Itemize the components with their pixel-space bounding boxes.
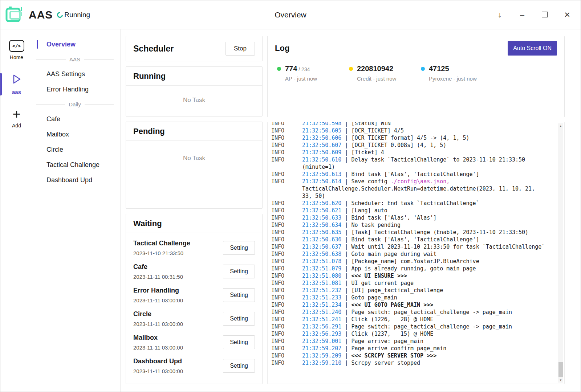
stat-value: 220810942 (357, 65, 396, 73)
waiting-card: Waiting Tactical Challenge2023-11-10 21:… (126, 214, 263, 384)
sidebar-item-overview[interactable]: Overview (33, 37, 120, 52)
task-next-run: 2023-11-10 21:33:50 (133, 250, 190, 256)
task-setting-button[interactable]: Setting (223, 312, 255, 326)
log-lines: INFO21:32:50.598 | [Status] WININFO21:32… (271, 122, 552, 367)
scroll-down-arrow-icon[interactable]: ▼ (558, 377, 563, 383)
log-level: INFO (271, 330, 302, 338)
task-next-run: 2023-11-11 03:00:00 (133, 321, 183, 327)
log-level: INFO (271, 178, 302, 200)
log-message-part: Wait until 2023-11-10 21:33:50 for task … (351, 244, 545, 250)
scheduler-card: Scheduler Stop (126, 36, 263, 61)
log-stat: 47125Pyroxene - just now (421, 65, 493, 82)
waiting-task-row: Cafe2023-11-11 00:31:50Setting (133, 260, 255, 283)
scrollbar-thumb[interactable] (558, 362, 563, 377)
log-message-part: [UI] page_tactical_challenge (351, 287, 443, 294)
log-timestamp: 21:32:50.633 (302, 215, 341, 221)
log-line: INFO21:32:50.635 | [Task] TacticalChalle… (271, 229, 552, 236)
log-message: 21:32:50.635 | [Task] TacticalChallenge … (302, 229, 548, 236)
stat-caption: Pyroxene - just now (429, 75, 477, 82)
log-scrollbar[interactable]: ▲ ▼ (558, 123, 563, 383)
log-message: 21:32:50.614 | Save config ./config\aas.… (302, 178, 548, 200)
task-setting-button[interactable]: Setting (223, 241, 255, 255)
log-message-part: Save config (351, 178, 390, 185)
log-message-part: UI get current page (351, 280, 414, 286)
nav-list: OverviewAASAAS SettingsError HandlingDai… (33, 37, 120, 188)
log-message-part: Page arrive: page_main (351, 338, 423, 344)
plus-icon: + (12, 108, 20, 120)
log-message: 21:32:51.078 | [Package_name] com.Yostar… (302, 258, 548, 265)
log-message-part: Page arrive confirm page_main (351, 345, 446, 352)
log-message: 21:32:50.633 | Bind task ['Alas', 'Alas'… (302, 214, 548, 221)
log-line: INFO21:32:51.079 | App is already runnin… (271, 265, 552, 272)
log-message-part: Bind task ['Alas', 'Alas'] (351, 215, 436, 221)
scheduler-stop-button[interactable]: Stop (226, 42, 255, 56)
update-icon[interactable]: ↓ (495, 11, 504, 19)
resource-stats: 774 / 234AP - just now220810942Credit - … (268, 60, 564, 82)
log-timestamp: 21:32:51.234 (302, 302, 341, 308)
stat-caption: AP - just now (285, 75, 317, 82)
sidebar-item-mailbox[interactable]: Mailbox (33, 127, 120, 142)
rail-item-add[interactable]: + Add (0, 106, 33, 131)
log-line: INFO21:32:50.620 | Scheduler: End task `… (271, 200, 552, 207)
app-body: </> Home aas + Add OverviewAASAAS Settin… (0, 29, 581, 392)
log-level: INFO (271, 294, 302, 301)
log-message-part: [Task] TacticalChallenge (Enable, 2023-1… (351, 229, 528, 236)
rail-add-label: Add (12, 123, 21, 128)
log-timestamp: 21:32:51.241 (302, 316, 341, 323)
log-message-part: ./config\aas.json, (391, 178, 450, 185)
sidebar-item-tactical-challenge[interactable]: Tactical Challenge (33, 157, 120, 172)
log-level: INFO (271, 236, 302, 243)
waiting-task-row: Mailbox2023-11-11 03:00:00Setting (133, 330, 255, 354)
maximize-icon[interactable] (540, 11, 549, 19)
task-info: Mailbox2023-11-11 03:00:00 (133, 334, 183, 351)
log-level: INFO (271, 127, 302, 134)
task-setting-button[interactable]: Setting (223, 288, 255, 302)
log-message: 21:32:51.079 | App is already running, g… (302, 265, 548, 272)
scheduler-title: Scheduler (133, 44, 174, 54)
nav-section-label: Daily (69, 101, 81, 107)
waiting-task-row: Dashboard Upd2023-11-11 03:00:00Setting (133, 354, 255, 377)
log-line: INFO21:32:51.234 | <<< UI GOTO PAGE_MAIN… (271, 301, 552, 309)
log-line: INFO21:32:51.240 | Page switch: page_tac… (271, 309, 552, 316)
sidebar-item-error-handling[interactable]: Error Handling (33, 82, 120, 97)
running-title: Running (133, 72, 166, 81)
log-message: 21:32:50.598 | [Status] WIN (302, 122, 548, 127)
log-level: INFO (271, 338, 302, 345)
sidebar-item-circle[interactable]: Circle (33, 142, 120, 157)
log-level: INFO (271, 149, 302, 156)
log-view[interactable]: INFO21:32:50.598 | [Status] WININFO21:32… (267, 122, 565, 384)
task-setting-button[interactable]: Setting (223, 335, 255, 349)
task-setting-button[interactable]: Setting (223, 265, 255, 278)
log-message: 21:32:50.613 | Bind task ['Alas', 'Tacti… (302, 171, 548, 178)
log-line: INFO21:32:50.633 | Bind task ['Alas', 'A… (271, 214, 552, 221)
pending-card-header: Pending (126, 122, 262, 141)
log-line: INFO21:32:51.232 | [UI] page_tactical_ch… (271, 287, 552, 294)
log-message: 21:32:51.232 | [UI] page_tactical_challe… (302, 287, 548, 294)
sidebar-item-dashboard-upd[interactable]: Dashboard Upd (33, 172, 120, 188)
log-message-part: <<< UI GOTO PAGE_MAIN >>> (351, 302, 433, 308)
log-line: INFO21:32:50.634 | No task pending (271, 221, 552, 229)
task-setting-button[interactable]: Setting (223, 359, 255, 373)
rail-item-aas[interactable]: aas (0, 71, 33, 98)
task-name: Dashboard Upd (133, 358, 183, 365)
scroll-up-arrow-icon[interactable]: ▲ (558, 123, 563, 128)
rail-item-home[interactable]: </> Home (0, 37, 33, 63)
sidebar-item-cafe[interactable]: Cafe (33, 111, 120, 127)
divider-line (36, 59, 66, 60)
close-icon[interactable]: ✕ (562, 11, 572, 19)
log-timestamp: 21:32:50.605 (302, 127, 341, 134)
sidebar-item-aas-settings[interactable]: AAS Settings (33, 66, 120, 82)
log-level: INFO (271, 258, 302, 265)
log-level: INFO (271, 214, 302, 221)
log-level: INFO (271, 316, 302, 323)
log-message: 21:32:59.001 | Page arrive: page_main (302, 338, 548, 345)
minimize-icon[interactable]: – (517, 11, 527, 19)
log-message-part: Goto page_main (351, 294, 397, 301)
log-message: 21:32:56.293 | Click (1237, 15) @ HOME (302, 330, 548, 338)
log-timestamp: 21:32:59.001 (302, 338, 341, 344)
log-message: 21:32:50.621 | [Lang] auto (302, 207, 548, 214)
log-timestamp: 21:32:50.609 (302, 149, 341, 156)
log-line: INFO21:32:50.610 | Delay task `TacticalC… (271, 156, 552, 171)
log-message-part: Bind task ['Alas', 'TacticalChallenge'] (351, 171, 479, 177)
auto-scroll-button[interactable]: Auto Scroll ON (508, 41, 557, 56)
